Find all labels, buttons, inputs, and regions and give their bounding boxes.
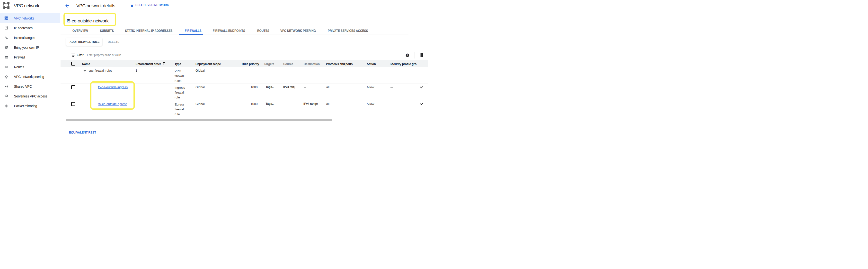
- svg-text:?: ?: [406, 54, 408, 56]
